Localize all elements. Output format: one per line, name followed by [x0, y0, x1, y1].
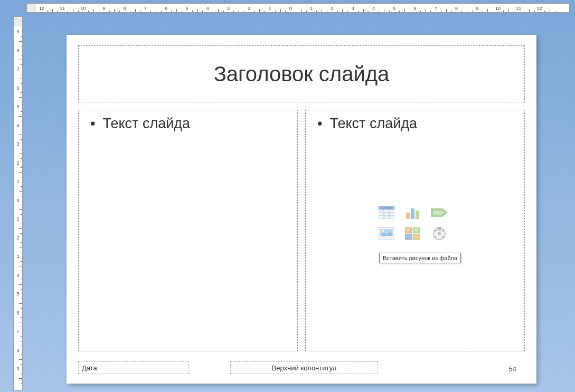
- ruler-v-label: 5: [14, 104, 22, 109]
- ruler-h-label: 8: [124, 4, 126, 13]
- ruler-h-label: 1: [310, 4, 313, 13]
- ruler-h-label: 3: [352, 4, 354, 13]
- ruler-v-label: 5: [14, 291, 22, 297]
- vertical-ruler[interactable]: 9876543210123456789: [13, 16, 23, 390]
- svg-rect-24: [438, 228, 441, 231]
- insert-table-icon[interactable]: [378, 205, 395, 220]
- page-number: 54: [509, 365, 516, 373]
- ruler-h-label: 3: [227, 4, 230, 13]
- page-number-value: 54: [509, 365, 516, 373]
- ruler-h-label: 12: [39, 4, 44, 13]
- svg-rect-7: [406, 213, 410, 219]
- ruler-v-label: 1: [14, 216, 22, 222]
- right-content-label: Текст слайда: [329, 116, 417, 132]
- insert-chart-icon[interactable]: [404, 205, 422, 220]
- svg-rect-6: [379, 206, 394, 209]
- date-label: Дата: [82, 364, 97, 372]
- svg-rect-23: [437, 227, 441, 228]
- ruler-h-label: 9: [102, 4, 105, 13]
- ruler-h-label: 6: [413, 4, 416, 13]
- ruler-h-label: 11: [516, 4, 521, 13]
- ruler-v-label: 2: [14, 160, 22, 166]
- ruler-v-label: 3: [14, 141, 22, 147]
- tooltip: Вставить рисунок из файла: [379, 253, 461, 263]
- ruler-v-label: 9: [14, 29, 22, 34]
- ruler-h-label: 4: [372, 4, 375, 13]
- ruler-v-label: 3: [14, 254, 22, 259]
- tooltip-text: Вставить рисунок из файла: [383, 255, 457, 261]
- svg-rect-8: [411, 208, 414, 219]
- date-placeholder[interactable]: Дата: [78, 361, 189, 374]
- right-bullet-text: Текст слайда: [314, 116, 516, 132]
- slide-workspace: Заголовок слайда Текст слайда Текст слай…: [26, 16, 570, 390]
- ruler-h-label: 10: [81, 4, 86, 13]
- left-bullet-text: Текст слайда: [87, 116, 289, 132]
- ruler-h-label: 0: [289, 4, 292, 13]
- ruler-v-label: 8: [14, 48, 22, 53]
- horizontal-ruler[interactable]: 1211109876543210123456789101112: [26, 3, 570, 13]
- content-left-placeholder[interactable]: Текст слайда: [78, 110, 298, 351]
- ruler-h-label: 4: [206, 4, 209, 13]
- ruler-h-label: 10: [495, 4, 501, 13]
- insert-media-icon[interactable]: [430, 226, 448, 241]
- title-text: Заголовок слайда: [214, 62, 390, 86]
- ruler-v-label: 8: [14, 348, 22, 353]
- ruler-v-label: 4: [14, 273, 22, 278]
- ruler-h-label: 7: [144, 4, 147, 13]
- ruler-h-label: 7: [435, 4, 437, 13]
- ruler-h-label: 9: [476, 4, 478, 13]
- ruler-v-label: 4: [14, 123, 22, 128]
- ruler-v-label: 9: [14, 366, 22, 371]
- ruler-v-label: 6: [14, 85, 22, 91]
- content-insert-icons: [378, 205, 451, 241]
- header-footer-placeholder[interactable]: Верхний колонтитул: [230, 361, 378, 374]
- slide-canvas[interactable]: Заголовок слайда Текст слайда Текст слай…: [67, 35, 536, 384]
- svg-rect-13: [380, 236, 393, 238]
- title-placeholder[interactable]: Заголовок слайда: [78, 45, 525, 102]
- insert-smartart-icon[interactable]: [430, 205, 448, 220]
- insert-clipart-icon[interactable]: [404, 226, 422, 241]
- ruler-h-label: 2: [331, 4, 333, 13]
- svg-rect-9: [416, 211, 419, 219]
- svg-point-12: [382, 230, 384, 233]
- ruler-h-label: 5: [185, 4, 188, 13]
- svg-point-26: [442, 230, 444, 232]
- header-footer-label: Верхний колонтитул: [272, 364, 337, 372]
- ruler-v-label: 0: [14, 198, 22, 203]
- ruler-h-label: 1: [269, 4, 271, 13]
- ruler-h-label: 2: [248, 4, 250, 13]
- svg-point-19: [415, 229, 418, 232]
- left-content-label: Текст слайда: [102, 116, 190, 132]
- svg-point-28: [442, 236, 444, 238]
- ruler-h-label: 11: [60, 4, 65, 13]
- content-right-placeholder[interactable]: Текст слайда: [305, 110, 525, 351]
- ruler-h-label: 8: [455, 4, 458, 13]
- svg-point-22: [438, 232, 441, 235]
- ruler-v-label: 2: [14, 235, 22, 241]
- insert-picture-icon[interactable]: [378, 226, 395, 241]
- svg-point-18: [407, 229, 410, 232]
- ruler-h-label: 5: [393, 4, 395, 13]
- svg-rect-16: [405, 234, 412, 240]
- svg-point-27: [435, 236, 437, 238]
- ruler-v-label: 1: [14, 179, 22, 184]
- ruler-v-label: 7: [14, 329, 22, 334]
- ruler-v-label: 6: [14, 310, 22, 315]
- ruler-h-label: 12: [537, 4, 542, 13]
- ruler-h-label: 6: [165, 4, 167, 13]
- svg-rect-17: [413, 234, 420, 240]
- svg-point-25: [435, 230, 437, 232]
- ruler-v-label: 7: [14, 66, 22, 72]
